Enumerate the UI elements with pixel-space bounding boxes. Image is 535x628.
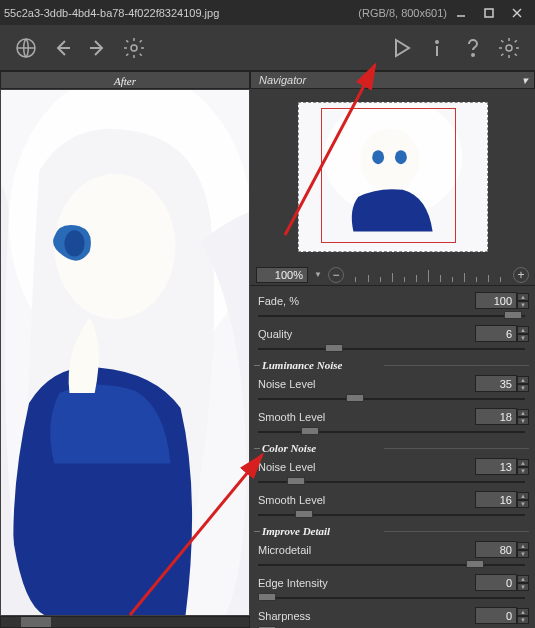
col-smooth-label: Smooth Level xyxy=(254,494,475,506)
col-noise-slider[interactable] xyxy=(258,477,525,487)
sharpness-label: Sharpness xyxy=(254,610,475,622)
parameters-panel: Fade, %100▲▼ Quality6▲▼ Luminance Noise … xyxy=(250,286,535,628)
lum-smooth-label: Smooth Level xyxy=(254,411,475,423)
col-noise-spinner[interactable]: ▲▼ xyxy=(517,459,529,475)
col-noise-value[interactable]: 13 xyxy=(475,458,517,475)
svg-point-8 xyxy=(472,54,474,56)
horizontal-scrollbar[interactable] xyxy=(0,616,250,628)
fade-spinner[interactable]: ▲▼ xyxy=(517,293,529,309)
microdetail-slider[interactable] xyxy=(258,560,525,570)
preferences-gear-icon[interactable] xyxy=(491,30,527,66)
minimize-button[interactable] xyxy=(447,3,475,23)
sharpness-spinner[interactable]: ▲▼ xyxy=(517,608,529,624)
fade-label: Fade, % xyxy=(254,295,475,307)
edge-label: Edge Intensity xyxy=(254,577,475,589)
col-smooth-slider[interactable] xyxy=(258,510,525,520)
lum-noise-slider[interactable] xyxy=(258,394,525,404)
group-color-noise: Color Noise xyxy=(254,439,529,456)
quality-value[interactable]: 6 xyxy=(475,325,517,342)
maximize-button[interactable] xyxy=(475,3,503,23)
svg-point-5 xyxy=(131,45,137,51)
svg-rect-1 xyxy=(485,9,493,17)
play-button[interactable] xyxy=(383,30,419,66)
quality-spinner[interactable]: ▲▼ xyxy=(517,326,529,342)
tab-after[interactable]: After xyxy=(0,71,250,89)
navigator-title: Navigator xyxy=(259,71,306,89)
globe-icon[interactable] xyxy=(8,30,44,66)
settings-gear-icon[interactable] xyxy=(116,30,152,66)
zoom-out-button[interactable]: − xyxy=(328,267,344,283)
title-bar: 55c2a3-3ddb-4bd4-ba78-4f022f8324109.jpg … xyxy=(0,0,535,25)
navigator-panel xyxy=(250,89,535,264)
navigator-thumbnail[interactable] xyxy=(298,102,488,252)
lum-smooth-slider[interactable] xyxy=(258,427,525,437)
microdetail-value[interactable]: 80 xyxy=(475,541,517,558)
lum-smooth-spinner[interactable]: ▲▼ xyxy=(517,409,529,425)
microdetail-label: Microdetail xyxy=(254,544,475,556)
info-icon[interactable] xyxy=(419,30,455,66)
navigator-header[interactable]: Navigator ▾ xyxy=(250,71,535,89)
back-button[interactable] xyxy=(44,30,80,66)
edge-slider[interactable] xyxy=(258,593,525,603)
svg-point-6 xyxy=(436,41,438,43)
group-luminance-noise: Luminance Noise xyxy=(254,356,529,373)
file-name: 55c2a3-3ddb-4bd4-ba78-4f022f8324109.jpg xyxy=(4,7,358,19)
lum-noise-spinner[interactable]: ▲▼ xyxy=(517,376,529,392)
close-button[interactable] xyxy=(503,3,531,23)
col-smooth-spinner[interactable]: ▲▼ xyxy=(517,492,529,508)
edge-spinner[interactable]: ▲▼ xyxy=(517,575,529,591)
quality-slider[interactable] xyxy=(258,344,525,354)
svg-point-9 xyxy=(506,45,512,51)
preview-image[interactable] xyxy=(1,90,249,615)
zoom-select[interactable]: 100% xyxy=(256,267,308,283)
zoom-controls: 100% ▼ − + xyxy=(250,264,535,286)
toolbar xyxy=(0,25,535,71)
zoom-dropdown-icon[interactable]: ▼ xyxy=(314,270,322,279)
collapse-icon[interactable]: ▾ xyxy=(522,71,528,89)
lum-smooth-value[interactable]: 18 xyxy=(475,408,517,425)
navigator-viewport-rect[interactable] xyxy=(321,108,456,243)
svg-point-13 xyxy=(64,230,84,256)
sharpness-value[interactable]: 0 xyxy=(475,607,517,624)
microdetail-spinner[interactable]: ▲▼ xyxy=(517,542,529,558)
quality-label: Quality xyxy=(254,328,475,340)
fade-slider[interactable] xyxy=(258,311,525,321)
col-smooth-value[interactable]: 16 xyxy=(475,491,517,508)
zoom-in-button[interactable]: + xyxy=(513,267,529,283)
zoom-slider[interactable] xyxy=(350,268,507,282)
edge-value[interactable]: 0 xyxy=(475,574,517,591)
file-mode: (RGB/8, 800x601) xyxy=(358,7,447,19)
fade-value[interactable]: 100 xyxy=(475,292,517,309)
col-noise-label: Noise Level xyxy=(254,461,475,473)
lum-noise-label: Noise Level xyxy=(254,378,475,390)
help-icon[interactable] xyxy=(455,30,491,66)
group-improve-detail: Improve Detail xyxy=(254,522,529,539)
lum-noise-value[interactable]: 35 xyxy=(475,375,517,392)
forward-button[interactable] xyxy=(80,30,116,66)
